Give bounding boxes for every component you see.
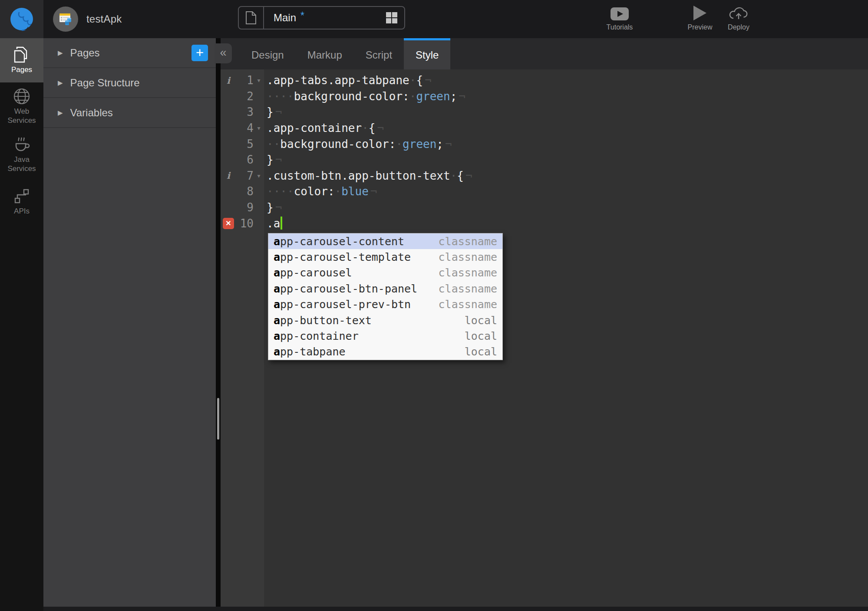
suggestion-type: classname bbox=[439, 298, 497, 311]
token-ws: · bbox=[409, 90, 416, 103]
bottom-scrollbar-track[interactable] bbox=[43, 607, 868, 611]
token-ws: ·· bbox=[267, 138, 280, 151]
play-icon bbox=[693, 4, 706, 20]
token-eol: ¬ bbox=[377, 122, 384, 135]
suggestion-app-tabpane[interactable]: app-tabpanelocal bbox=[268, 344, 502, 360]
suggestion-app-button-text[interactable]: app-button-textlocal bbox=[268, 312, 502, 328]
rail-item-label: Java Services bbox=[0, 155, 43, 173]
code-text: .app-container·{¬ bbox=[264, 122, 384, 135]
code-line-7[interactable]: i7▾.custom-btn.app-button-text·{¬ bbox=[221, 168, 868, 184]
grid-view-button[interactable] bbox=[386, 12, 398, 24]
suggestion-type: classname bbox=[439, 235, 497, 248]
rail-item-pages[interactable]: Pages bbox=[0, 38, 43, 82]
rail-item-java-services[interactable]: Java Services bbox=[0, 130, 43, 178]
fold-arrow-icon[interactable]: ▾ bbox=[254, 77, 264, 84]
deploy-button[interactable]: Deploy bbox=[715, 4, 762, 31]
token-ws: · bbox=[409, 74, 416, 87]
token-code: background-color: bbox=[280, 138, 396, 151]
suggestion-name: app-carousel-prev-btn bbox=[274, 298, 439, 311]
rail-item-label: APIs bbox=[14, 207, 30, 216]
token-code: .app-container bbox=[267, 122, 362, 135]
suggestion-name: app-carousel-btn-panel bbox=[274, 283, 439, 295]
page-doc-cell[interactable] bbox=[239, 7, 264, 29]
suggestion-type: local bbox=[465, 345, 497, 358]
token-code: { bbox=[369, 122, 376, 135]
gutter-cell: 5 bbox=[221, 136, 264, 152]
suggestion-type: classname bbox=[439, 266, 497, 279]
fold-arrow-icon[interactable]: ▾ bbox=[254, 172, 264, 179]
gutter-cell: i7▾ bbox=[221, 168, 264, 184]
code-text: }¬ bbox=[264, 153, 282, 166]
section-label: Pages bbox=[70, 47, 100, 59]
suggestion-name: app-container bbox=[274, 330, 465, 342]
suggestion-app-container[interactable]: app-containerlocal bbox=[268, 328, 502, 344]
suggestion-name: app-button-text bbox=[274, 314, 465, 327]
code-line-9[interactable]: 9}¬ bbox=[221, 200, 868, 216]
appery-logo[interactable] bbox=[0, 0, 43, 38]
suggestion-app-carousel-btn-panel[interactable]: app-carousel-btn-panelclassname bbox=[268, 281, 502, 296]
cloud-upload-icon bbox=[729, 4, 749, 20]
suggestion-app-carousel-template[interactable]: app-carousel-templateclassname bbox=[268, 249, 502, 265]
code-line-1[interactable]: i1▾.app-tabs.app-tabpane·{¬ bbox=[221, 72, 868, 89]
code-line-3[interactable]: 3}¬ bbox=[221, 104, 868, 120]
suggestion-app-carousel[interactable]: app-carouselclassname bbox=[268, 265, 502, 281]
add-page-button[interactable]: + bbox=[191, 45, 208, 61]
gutter-cell: ✕10 bbox=[221, 215, 264, 231]
tab-style[interactable]: Style bbox=[404, 38, 450, 69]
page-tab-label: Main bbox=[274, 12, 296, 24]
token-ws: · bbox=[335, 185, 342, 198]
expand-arrow-icon[interactable]: ▶ bbox=[58, 109, 63, 117]
gutter-cell: i1▾ bbox=[221, 72, 264, 89]
matched-prefix: a bbox=[274, 235, 280, 248]
token-eol: ¬ bbox=[275, 153, 282, 166]
app-icon bbox=[53, 7, 78, 32]
text-cursor bbox=[281, 217, 282, 230]
panel-section-variables[interactable]: ▶Variables bbox=[43, 98, 216, 128]
tutorials-button[interactable]: Tutorials bbox=[596, 4, 644, 31]
panel-section-pages[interactable]: ▶Pages+ bbox=[43, 38, 216, 68]
gutter-cell: 9 bbox=[221, 200, 264, 216]
code-line-5[interactable]: 5··background-color:·green;¬ bbox=[221, 136, 868, 152]
code-line-6[interactable]: 6}¬ bbox=[221, 152, 868, 168]
tab-markup[interactable]: Markup bbox=[296, 38, 354, 69]
code-line-2[interactable]: 2····background-color:·green;¬ bbox=[221, 89, 868, 105]
open-page-tab[interactable]: Main * bbox=[238, 6, 405, 30]
gutter-cell: 3 bbox=[221, 104, 264, 120]
tab-script[interactable]: Script bbox=[354, 38, 404, 69]
panel-divider bbox=[216, 38, 221, 611]
info-marker-icon[interactable]: i bbox=[227, 75, 230, 86]
code-line-10[interactable]: ✕10.a bbox=[221, 215, 868, 231]
fold-arrow-icon[interactable]: ▾ bbox=[254, 125, 264, 131]
info-marker-icon[interactable]: i bbox=[227, 170, 230, 181]
expand-arrow-icon[interactable]: ▶ bbox=[58, 49, 63, 57]
code-line-8[interactable]: 8····color:·blue¬ bbox=[221, 184, 868, 200]
line-number: 10 bbox=[236, 217, 254, 230]
token-eol: ¬ bbox=[465, 169, 472, 182]
tab-design[interactable]: Design bbox=[240, 38, 296, 69]
panel-collapse-button[interactable]: « bbox=[215, 43, 232, 63]
suggestion-name: app-tabpane bbox=[274, 345, 465, 358]
gutter-cell: 2 bbox=[221, 89, 264, 105]
code-text: }¬ bbox=[264, 105, 282, 118]
code-line-4[interactable]: 4▾.app-container·{¬ bbox=[221, 120, 868, 136]
suggestion-name: app-carousel-template bbox=[274, 251, 439, 263]
matched-prefix: a bbox=[274, 298, 280, 311]
token-eol: ¬ bbox=[445, 138, 452, 151]
line-number: 5 bbox=[236, 138, 254, 151]
panel-scrollbar-thumb[interactable] bbox=[217, 398, 219, 440]
token-ws: · bbox=[362, 122, 369, 135]
token-ws: · bbox=[396, 138, 403, 151]
panel-section-page-structure[interactable]: ▶Page Structure bbox=[43, 68, 216, 98]
expand-arrow-icon[interactable]: ▶ bbox=[58, 79, 63, 87]
gutter-cell: 6 bbox=[221, 152, 264, 168]
rail-item-web-services[interactable]: Web Services bbox=[0, 82, 43, 130]
line-number: 9 bbox=[236, 201, 254, 214]
suggestion-app-carousel-prev-btn[interactable]: app-carousel-prev-btnclassname bbox=[268, 297, 502, 312]
pages-panel: ▶Pages+▶Page Structure▶Variables bbox=[43, 38, 216, 607]
code-text: .app-tabs.app-tabpane·{¬ bbox=[264, 74, 432, 87]
token-code: } bbox=[267, 105, 274, 118]
rail-item-apis[interactable]: APIs bbox=[0, 178, 43, 226]
error-marker-icon[interactable]: ✕ bbox=[223, 218, 234, 229]
app-window-db-icon bbox=[58, 11, 73, 27]
suggestion-app-carousel-content[interactable]: app-carousel-contentclassname bbox=[268, 233, 502, 249]
